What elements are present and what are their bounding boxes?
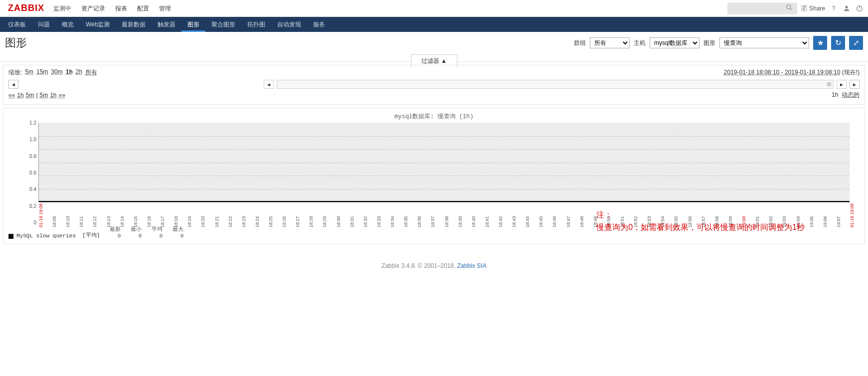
footer: Zabbix 3.4.8. © 2001–2018, Zabbix SIA [0,247,868,284]
scroll-left-button[interactable]: ◄ [8,80,18,89]
title-bar: 图形 群组 所有 主机 mysql数据库 图形 慢查询 ★ ↻ ⤢ [0,32,868,54]
subnav-item[interactable]: 自动发现 [271,17,307,32]
subnav-item[interactable]: 拓扑图 [241,17,271,32]
scroll-right-button[interactable]: ► [850,80,860,89]
xtick-label: 18:41 [485,216,490,227]
topmenu-item[interactable]: 监测中 [48,0,76,17]
subnav-item[interactable]: 概览 [56,17,80,32]
chevron-up-icon: ▲ [441,57,447,64]
ytick-label: 0.8 [24,153,36,159]
zoom-option[interactable]: 5m [25,68,33,77]
ytick-label: 0.6 [24,170,36,176]
zoom-option[interactable]: 1h [66,68,73,77]
footer-link[interactable]: Zabbix SIA [457,262,487,269]
subnav-item[interactable]: Web监测 [80,17,116,32]
slider-handle-icon [827,82,831,86]
zoom-option[interactable]: 2h [76,68,82,77]
zoom-option[interactable]: 30m [51,68,62,77]
ytick-label: 1.0 [24,137,36,142]
share-button[interactable]: Z Share [801,5,825,12]
topmenu-item[interactable]: 报表 [110,0,132,17]
group-label: 群组 [574,39,586,47]
zoom-option[interactable]: 15m [36,68,48,77]
xtick-label: 18:11 [79,216,84,227]
zoom-option[interactable]: 所有 [85,68,97,77]
logout-icon[interactable] [855,4,864,13]
graph-select[interactable]: 慢查询 [719,37,809,48]
top-bar: ZABBIX 监测中资产记录报表配置管理 Z Share ? [0,0,868,17]
xtick-label: 18:13 [106,216,111,227]
favorite-button[interactable]: ★ [813,36,827,50]
topmenu-item[interactable]: 配置 [132,0,154,17]
host-select[interactable]: mysql数据库 [650,37,699,48]
subnav-item[interactable]: 最新数据 [116,17,152,32]
xtick-label: 18:32 [363,216,368,227]
zoom-status: 1h 动态的 [832,91,860,99]
time-slider[interactable] [277,80,834,89]
subnav-item[interactable]: 触发器 [152,17,181,32]
chart-plot [38,123,850,202]
xtick-label: 18:29 [322,216,327,227]
xtick-label: 18:46 [552,216,557,227]
subnav-item[interactable]: 仪表板 [2,17,32,32]
xtick-label: 18:15 [133,216,138,227]
ytick-label: 0.4 [24,187,36,192]
search-input[interactable] [727,2,797,14]
annotation: 注： 慢查询为0，如需看到效果，可以将慢查询的时间调整为1秒 [596,208,805,234]
legend-agg: [平均] [82,231,100,239]
legend-swatch [8,234,13,239]
topmenu-item[interactable]: 管理 [154,0,176,17]
slider-end-button[interactable]: ► [837,80,847,89]
group-select[interactable]: 所有 [590,37,630,48]
zoom-label: 缩放: [8,68,22,77]
chart-title: mysql数据库: 慢查询 (1h) [8,110,860,123]
xtick-label: 18:31 [349,216,354,227]
xtick-label: 18:19 [187,216,192,227]
xtick-label: 18:30 [336,216,341,227]
xtick-label: 18:28 [309,216,314,227]
xtick-label: 18:21 [214,216,219,227]
slider-start-button[interactable]: ◄ [264,80,274,89]
quicknav-right[interactable]: 5m [40,92,48,99]
refresh-button[interactable]: ↻ [831,36,845,50]
xtick-label: 18:45 [538,216,543,227]
quicknav-right[interactable]: 1h [50,92,56,99]
fullscreen-button[interactable]: ⤢ [849,36,863,50]
zoom-links: 5m15m30m1h2h所有 [25,68,97,77]
logo[interactable]: ZABBIX [4,3,48,13]
quicknav-left[interactable]: 1h [17,92,23,99]
user-icon[interactable] [842,4,851,13]
top-menu: 监测中资产记录报表配置管理 [48,0,176,17]
subnav-item[interactable]: 聚合图形 [205,17,241,32]
zoom-panel: 缩放: 5m15m30m1h2h所有 2019-01-18 18:08:10 -… [3,65,865,105]
quicknav-right[interactable]: »» [59,92,65,99]
topmenu-item[interactable]: 资产记录 [76,0,110,17]
xtick-label: 18:17 [160,216,165,227]
ytick-label: 0.2 [24,203,36,208]
help-icon[interactable]: ? [829,4,838,13]
xtick-label: 18:10 [65,216,70,227]
subnav-item[interactable]: 问题 [32,17,56,32]
page-title: 图形 [5,35,27,50]
gridline [39,176,850,176]
xtick-label: 18:43 [512,216,517,227]
subnav-item[interactable]: 服务 [307,17,331,32]
xtick-label: 18:25 [268,216,273,227]
xtick-label: 18:39 [458,216,463,227]
chart-series-line [39,201,850,202]
quick-nav: ««1h5m | 5m1h»» [8,92,65,99]
subnav-item[interactable]: 图形 [181,17,205,32]
svg-line-1 [790,8,792,10]
sub-nav: 仪表板问题概览Web监测最新数据触发器图形聚合图形拓扑图自动发现服务 [0,17,868,32]
xtick-label: 19:06 [823,216,828,227]
xtick-label: 18:23 [241,216,246,227]
xtick-label: 19:05 [809,216,814,227]
xtick-label: 18:20 [200,216,205,227]
gridline [39,149,850,150]
xtick-label: 01-18 19:08 [850,203,855,227]
quicknav-sep: | [36,92,37,99]
quicknav-left[interactable]: «« [8,92,15,99]
chart-area: 01-18 18:0818:0918:1018:1118:1218:1318:1… [38,123,850,222]
xtick-label: 18:26 [282,216,287,227]
quicknav-left[interactable]: 5m [26,92,34,99]
